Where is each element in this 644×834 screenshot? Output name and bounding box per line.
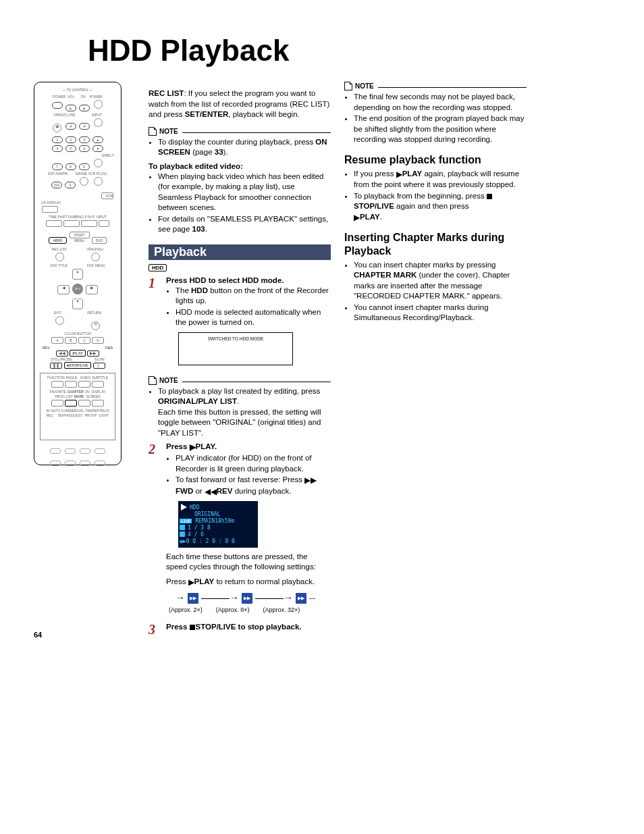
page-title: HDD Playback [88,34,610,68]
remote-stoplive-button: ■STOP/LIVE [64,362,91,369]
note-icon [149,376,157,385]
remote-hdd-button: HDD [49,237,67,244]
chapter-bullet-1: You can insert chapter marks by pressing… [354,260,527,302]
note-icon [149,127,157,136]
resume-heading: Resume playback function [344,153,527,166]
step-1: 1 Press HDD to select HDD mode. The HDD … [149,276,331,369]
osd-display: HDD ORIGINAL LIVE REMAIN18h59m 1 / 3 8 4… [178,501,258,548]
note-box-2: NOTE To playback a play list created by … [149,382,331,439]
chapter-heading: Inserting Chapter Marks during Playback [344,231,527,257]
resume-bullet-1: If you press ▶PLAY again, playback will … [354,169,527,190]
hdd-badge: HDD [149,264,167,271]
remote-fwd-button: ▶▶ [87,350,99,357]
note-icon [344,82,352,90]
remote-play-button: |PLAY [70,350,86,357]
playback-section-header: Playback [149,244,331,260]
step-number-3: 3 [149,623,161,636]
step-number-2: 2 [149,442,161,613]
intro-text: REC LIST: If you select the program you … [149,88,331,120]
note-box-1: NOTE To display the counter during playb… [149,132,331,235]
switched-message-box: SWITCHED TO HDD MODE [178,332,293,365]
speed-diagram: → ▶▶ ———→ ▶▶ ———→ ▶▶ — [176,593,331,604]
step-3: 3 Press STOP/LIVE to stop playback. [149,623,331,636]
chapter-bullet-2: You cannot insert chapter marks during S… [354,303,527,323]
page-number: 64 [34,631,42,639]
resume-bullet-2: To playback from the beginning, press ST… [354,191,527,224]
remote-diagram: — TV CONTROL — POWER VOL CH POWER ▲▲ OPE… [34,82,122,465]
remote-rev-button: ◀◀ [56,350,68,357]
note-box-3: NOTE The final few seconds may not be pl… [344,87,527,145]
step-number-1: 1 [149,276,161,369]
play-icon [181,504,187,511]
step-2: 2 Press ▶PLAY. PLAY indicator (for HDD) … [149,442,331,613]
